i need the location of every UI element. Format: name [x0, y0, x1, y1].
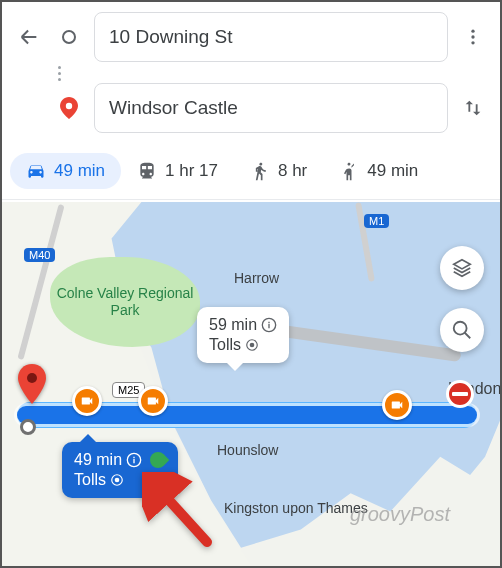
map-canvas[interactable]: Colne Valley Regional Park M40 M1 M25 A4…: [2, 202, 500, 566]
origin-row: 10 Downing St: [14, 12, 488, 62]
layers-icon: [451, 257, 473, 279]
mode-walking[interactable]: 8 hr: [234, 153, 323, 189]
arrow-left-icon: [18, 26, 40, 48]
svg-point-1: [471, 30, 474, 33]
back-button[interactable]: [14, 26, 44, 48]
info-icon: [261, 317, 277, 333]
mode-transit[interactable]: 1 hr 17: [121, 153, 234, 189]
traffic-camera-icon[interactable]: [382, 390, 412, 420]
route-connector-icon: [44, 66, 74, 81]
destination-marker-icon: [54, 97, 84, 119]
svg-point-4: [66, 103, 72, 109]
travel-modes: 49 min 1 hr 17 8 hr 49 min: [2, 149, 500, 200]
search-icon: [451, 319, 473, 341]
car-icon: [26, 161, 46, 181]
origin-marker-icon: [54, 28, 84, 46]
svg-point-3: [471, 41, 474, 44]
place-hounslow: Hounslow: [217, 442, 278, 458]
mode-walking-time: 8 hr: [278, 161, 307, 181]
svg-point-12: [454, 322, 467, 335]
swap-vertical-icon: [462, 97, 484, 119]
svg-point-0: [63, 31, 75, 43]
svg-point-2: [471, 35, 474, 38]
traffic-camera-icon[interactable]: [72, 386, 102, 416]
destination-input[interactable]: Windsor Castle: [94, 83, 448, 133]
mode-rideshare[interactable]: 49 min: [323, 153, 434, 189]
mode-transit-time: 1 hr 17: [165, 161, 218, 181]
hail-icon: [339, 161, 359, 181]
directions-header: 10 Downing St Windsor Castle: [2, 2, 500, 149]
road-badge-m1: M1: [364, 214, 389, 228]
train-icon: [137, 161, 157, 181]
origin-pin[interactable]: [20, 419, 36, 435]
origin-input[interactable]: 10 Downing St: [94, 12, 448, 62]
destination-row: Windsor Castle: [14, 83, 488, 133]
walk-icon: [250, 161, 270, 181]
place-harrow: Harrow: [234, 270, 279, 286]
swap-button[interactable]: [458, 97, 488, 119]
annotation-arrow-icon: [142, 472, 222, 552]
svg-point-8: [250, 343, 255, 348]
leaf-icon: [147, 449, 170, 472]
info-icon: [126, 452, 142, 468]
road-badge-m40: M40: [24, 248, 55, 262]
layers-button[interactable]: [440, 246, 484, 290]
kebab-icon: [463, 27, 483, 47]
toll-icon: [245, 338, 259, 352]
svg-point-5: [27, 373, 37, 383]
alt-route-callout[interactable]: 59 min Tolls: [197, 307, 289, 363]
watermark: groovyPost: [350, 503, 450, 526]
svg-point-11: [115, 478, 120, 483]
mode-driving[interactable]: 49 min: [10, 153, 121, 189]
search-area-button[interactable]: [440, 308, 484, 352]
toll-icon: [110, 473, 124, 487]
mode-driving-time: 49 min: [54, 161, 105, 181]
overflow-menu-button[interactable]: [458, 27, 488, 47]
destination-pin[interactable]: [18, 364, 46, 404]
mode-rideshare-time: 49 min: [367, 161, 418, 181]
incident-icon[interactable]: [446, 380, 474, 408]
place-kingston: Kingston upon Thames: [224, 500, 368, 517]
traffic-camera-icon[interactable]: [138, 386, 168, 416]
